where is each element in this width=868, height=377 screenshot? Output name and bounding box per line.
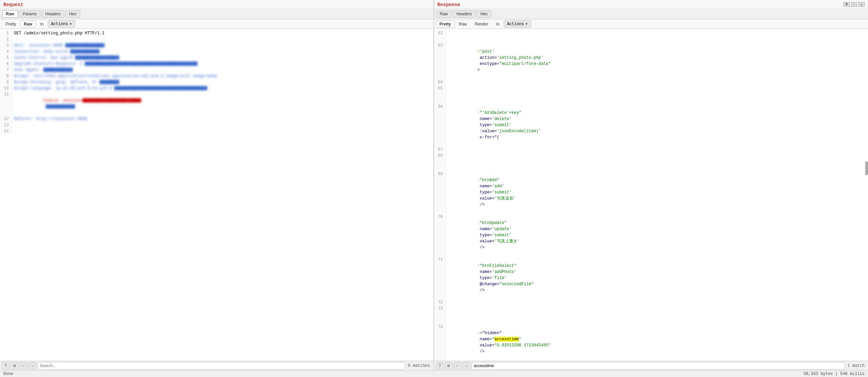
window-controls: ⧉ — ✕ <box>844 2 865 7</box>
table-row: 64 <box>434 79 868 85</box>
min-button[interactable]: — <box>851 2 857 7</box>
tile-button[interactable]: ⧉ <box>844 2 850 7</box>
request-match-count: 0 matches <box>407 363 431 368</box>
settings-icon-response[interactable]: ⚙ <box>445 362 453 370</box>
table-row: 68 <box>434 153 868 171</box>
table-row: 1 GET /admin/setting_photo.php HTTP/1.1 <box>0 30 433 36</box>
table-row: 66 :"'btnDelete'+key" name='delete' type… <box>434 104 868 147</box>
sub-tab-newline-response[interactable]: \n <box>493 21 503 28</box>
response-title: Response <box>434 0 868 9</box>
response-actions-label: Actions <box>507 22 524 27</box>
request-sub-tab-bar: Pretty Raw \n Actions ▾ <box>0 19 433 29</box>
request-tab-bar: Raw Params Headers Hex <box>0 9 433 19</box>
request-pane: Request Raw Params Headers Hex Pretty Ra… <box>0 0 434 371</box>
tab-params[interactable]: Params <box>19 10 40 18</box>
table-row: 8 Accept: text/html,application/xhtml+xm… <box>0 73 433 79</box>
accesstime-highlight: accesstime <box>494 337 519 342</box>
sub-tab-render-response[interactable]: Render <box>472 21 492 28</box>
table-row: 71 :"btnFileSelect" name='addPhoto' type… <box>434 257 868 299</box>
tab-raw-request[interactable]: Raw <box>2 10 18 18</box>
tab-hex-response[interactable]: Hex <box>477 10 491 18</box>
help-icon-response[interactable]: ? <box>436 362 444 370</box>
sub-tab-pretty-response[interactable]: Pretty <box>436 21 455 28</box>
tab-hex-request[interactable]: Hex <box>65 10 80 18</box>
table-row: 73 <box>434 306 868 324</box>
table-row: 14 <box>0 128 433 134</box>
table-row: 5 Cache-Control: max-age=0 █████████████… <box>0 55 433 61</box>
request-actions-dropdown[interactable]: Actions ▾ <box>48 20 75 28</box>
table-row: 69 :"btnAdd" name='add' type='submit' va… <box>434 171 868 214</box>
status-left: Done <box>3 372 13 376</box>
response-code-lines: 62 63 ='post' action='setting_photo.php'… <box>434 30 868 361</box>
request-bottom-bar: ? ⚙ ← → 0 matches <box>0 361 433 371</box>
request-code-area[interactable]: 1 GET /admin/setting_photo.php HTTP/1.1 … <box>0 29 433 361</box>
sub-tab-raw-request[interactable]: Raw <box>20 21 36 28</box>
request-code-lines: 1 GET /admin/setting_photo.php HTTP/1.1 … <box>0 30 433 359</box>
request-search-input[interactable] <box>37 362 405 370</box>
table-row: 63 ='post' action='setting_photo.php' en… <box>434 42 868 79</box>
table-row: 72 <box>434 299 868 306</box>
chevron-down-icon-response: ▾ <box>525 21 528 27</box>
request-title: Request <box>0 0 433 9</box>
response-code-area[interactable]: 62 63 ='post' action='setting_photo.php'… <box>434 29 868 361</box>
settings-icon[interactable]: ⚙ <box>11 362 18 370</box>
status-bar: Done 38,343 bytes | 548 millis <box>0 371 868 377</box>
response-sub-tab-bar: Pretty Raw Render \n Actions ▾ <box>434 19 868 29</box>
response-actions-dropdown[interactable]: Actions ▾ <box>504 20 531 28</box>
table-row: 7 User-Agent: ████████████ <box>0 67 433 73</box>
table-row: 12 Referer: http://localhost:8080 <box>0 116 433 122</box>
tab-raw-response[interactable]: Raw <box>436 10 452 18</box>
table-row: 6 Upgrade-Insecure-Requests: 1 █████████… <box>0 61 433 67</box>
table-row: 2 <box>0 36 433 42</box>
status-right: 38,343 bytes | 548 millis <box>803 372 865 376</box>
help-icon[interactable]: ? <box>2 362 10 370</box>
table-row: 70 :"btnUpdate" name='update' type='subm… <box>434 214 868 257</box>
table-row: 67 <box>434 147 868 153</box>
sub-tab-pretty-request[interactable]: Pretty <box>2 21 19 28</box>
table-row: 10 Accept-Language: ja,en-US;q=0.9,en;q=… <box>0 85 433 91</box>
table-row: 13 <box>0 122 433 128</box>
table-row: 62 <box>434 30 868 42</box>
response-match-count: 1 match <box>846 363 866 368</box>
response-tab-bar: Raw Headers Hex <box>434 9 868 19</box>
back-button-response[interactable]: ← <box>454 362 461 370</box>
response-pane: Response Raw Headers Hex Pretty Raw Rend… <box>434 0 868 371</box>
forward-button[interactable]: → <box>29 362 36 370</box>
close-button[interactable]: ✕ <box>858 2 865 7</box>
table-row: 11 Cookie: session=█████████████████████… <box>0 91 433 116</box>
tab-headers-request[interactable]: Headers <box>41 10 64 18</box>
table-row: 3 Host: localhost:8080 ████████████████ <box>0 42 433 49</box>
back-button[interactable]: ← <box>20 362 27 370</box>
table-row: 65 <box>434 85 868 104</box>
forward-button-response[interactable]: → <box>463 362 470 370</box>
scroll-indicator <box>865 161 868 175</box>
sub-tab-newline-request[interactable]: \n <box>37 21 47 28</box>
response-search-input[interactable] <box>472 362 845 370</box>
table-row: 9 Accept-Encoding: gzip, deflate, br ███… <box>0 79 433 85</box>
chevron-down-icon: ▾ <box>69 21 72 27</box>
table-row: 4 Connection: keep-alive ████████████ <box>0 49 433 55</box>
response-bottom-bar: ? ⚙ ← → 1 match <box>434 361 868 371</box>
table-row: 74 :="hidden" name="accesstime" value="0… <box>434 324 868 361</box>
sub-tab-raw-response[interactable]: Raw <box>456 21 471 28</box>
request-actions-label: Actions <box>51 22 68 27</box>
tab-headers-response[interactable]: Headers <box>453 10 476 18</box>
